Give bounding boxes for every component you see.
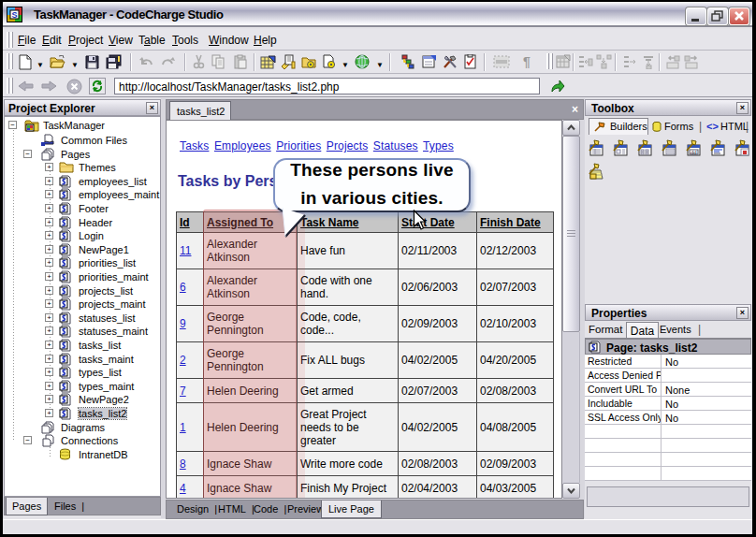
svg-text:dd: dd [691, 150, 697, 155]
svg-text:S: S [11, 10, 17, 20]
